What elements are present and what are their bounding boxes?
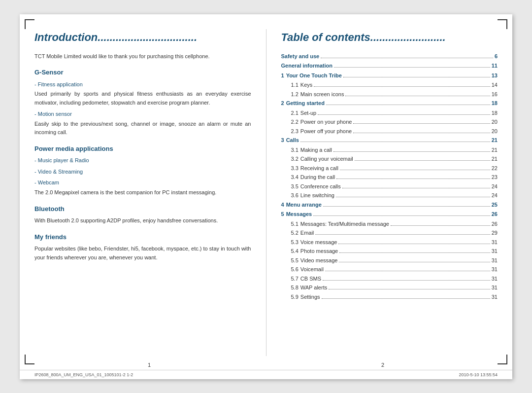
toc-num: 1.2 [291,90,299,99]
toc-page: 26 [492,220,498,228]
toc-page: 22 [492,164,498,173]
toc-entry-1: General information 11 [281,62,498,70]
toc-label: Keys [300,81,312,89]
right-column: Table of contents.......................… [266,29,498,356]
toc-num: 5.8 [291,284,299,292]
bluetooth-heading: Bluetooth [34,204,251,214]
toc-dots [323,280,490,281]
main-content: Introduction............................… [20,14,512,361]
toc-page: 31 [492,265,498,274]
toc-page: 26 [492,210,498,218]
toc-num: 2 [281,99,284,107]
toc-num: 3.1 [291,146,299,154]
toc-label: Voicemail [300,265,324,274]
toc-num: 3.3 [291,164,299,173]
corner-tl [25,19,34,29]
toc-num: 3.2 [291,155,299,163]
toc-label: Video message [300,256,338,265]
toc-page: 21 [492,155,498,163]
toc-label: Messages [286,210,312,218]
toc-dots [339,262,490,262]
footer-left: IP2608_800A_UM_ENG_USA_01_1005101-2 1-2 [34,372,133,377]
toc-container: Safety and use 6 General information 11 … [281,52,498,301]
toc-page: 21 [492,146,498,154]
left-column: Introduction............................… [34,29,266,356]
toc-dots [300,142,490,142]
toc-label: During the call [300,173,335,181]
toc-num: 3.5 [291,182,299,191]
toc-entry-18: 5.1 Messages: Text/Multimedia message 26 [281,220,498,228]
toc-label: Power off your phone [300,127,352,136]
toc-dots [339,252,490,253]
toc-entry-17: 5 Messages 26 [281,210,498,218]
toc-dots [340,170,490,170]
toc-label: Voice message [300,238,337,247]
toc-entry-5: 2 Getting started 18 [281,99,498,107]
myfriends-body: Popular websites (like bebo, Friendster,… [34,245,251,262]
corner-tr [498,19,507,29]
toc-num: 2.1 [291,109,299,117]
toc-num: 5.6 [291,265,299,274]
toc-label: Messages: Text/Multimedia message [300,220,389,228]
toc-page: 24 [492,191,498,200]
toc-page: 6 [495,52,498,61]
toc-dots [353,123,490,124]
toc-entry-11: 3.2 Calling your voicemail 21 [281,155,498,163]
toc-dots [318,114,490,115]
toc-entry-13: 3.4 During the call 23 [281,173,498,181]
motion-subitem: - Motion sensor [34,110,251,118]
toc-entry-8: 2.3 Power off your phone 20 [281,127,498,136]
toc-dots [343,77,490,77]
toc-title: Table of contents.......................… [281,29,498,45]
toc-dots [338,244,490,244]
toc-entry-6: 2.1 Set-up 18 [281,109,498,117]
footer: IP2608_800A_UM_ENG_USA_01_1005101-2 1-2 … [20,370,512,379]
myfriends-heading: My friends [34,232,251,242]
toc-dots [345,96,490,96]
webcam-subitem: - Webcam [34,179,251,187]
page-numbers-row: 1 2 . [20,361,512,370]
toc-label: Calls [286,136,299,144]
toc-entry-21: 5.4 Photo message 31 [281,247,498,255]
toc-dots [355,160,490,161]
toc-page: 20 [492,118,498,126]
toc-page: 31 [492,275,498,283]
toc-page: 18 [492,99,498,107]
toc-dots [336,179,490,179]
toc-entry-10: 3.1 Making a call 21 [281,146,498,154]
toc-page: 23 [492,173,498,181]
toc-label: Main screen icons [300,90,344,99]
toc-page: 21 [492,136,498,144]
toc-label: WAP alerts [300,284,327,292]
toc-dots [326,105,490,105]
toc-num: 3.6 [291,191,299,200]
page-container: Introduction............................… [20,14,512,379]
toc-label: Conference calls [300,182,341,191]
toc-entry-20: 5.3 Voice message 31 [281,238,498,247]
toc-page: 24 [492,182,498,191]
toc-num: 5.1 [291,220,299,228]
toc-num: 5.5 [291,256,299,265]
toc-dots [334,67,490,68]
toc-label: Line switching [300,191,334,200]
toc-num: 5.3 [291,238,299,247]
toc-dots [322,298,490,299]
toc-num: 1.1 [291,81,299,89]
toc-label: CB SMS [300,275,321,283]
toc-page: 16 [492,90,498,99]
toc-label: Your One Touch Tribe [286,71,342,80]
toc-num: 4 [281,201,284,209]
toc-entry-22: 5.5 Video message 31 [281,256,498,265]
toc-page: 31 [492,238,498,247]
toc-num: 5.2 [291,229,299,237]
toc-page: 31 [492,284,498,292]
toc-num: 3 [281,136,284,144]
toc-entry-12: 3.3 Receiving a call 22 [281,164,498,173]
toc-page: 31 [492,256,498,265]
toc-entry-26: 5.9 Settings 31 [281,293,498,301]
intro-paragraph: TCT Mobile Limited would like to thank y… [34,52,251,61]
toc-dots [325,271,490,271]
intro-title: Introduction............................… [34,29,251,45]
toc-entry-24: 5.7 CB SMS 31 [281,275,498,283]
toc-dots [329,289,490,289]
